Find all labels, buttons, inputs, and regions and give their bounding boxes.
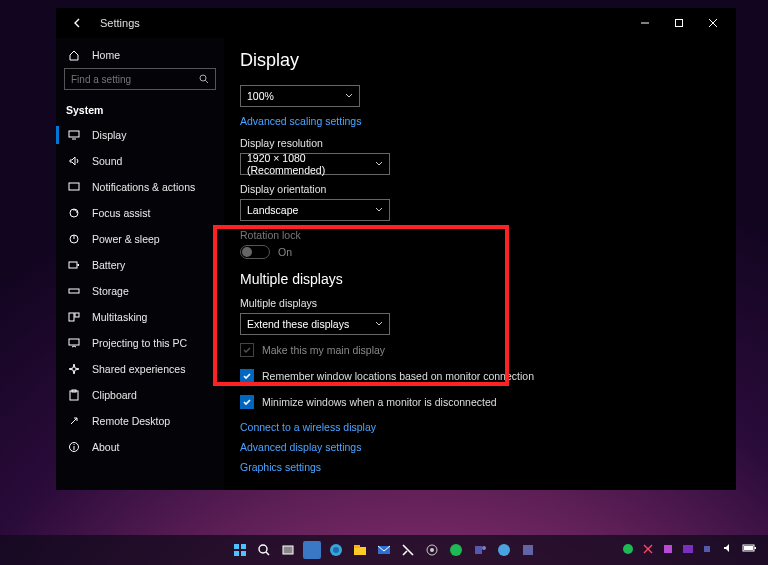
minimize-button[interactable] — [628, 8, 662, 38]
tray-icon[interactable] — [662, 543, 676, 557]
svg-point-25 — [259, 545, 267, 553]
graphics-settings-link[interactable]: Graphics settings — [240, 461, 720, 473]
sidebar-item-power[interactable]: Power & sleep — [56, 226, 224, 252]
sidebar-item-focus[interactable]: Focus assist — [56, 200, 224, 226]
svg-rect-31 — [354, 545, 360, 548]
sidebar-item-notifications[interactable]: Notifications & actions — [56, 174, 224, 200]
rotation-toggle: On — [240, 245, 720, 259]
tray-volume-icon[interactable] — [722, 543, 736, 557]
svg-rect-27 — [283, 546, 293, 554]
sidebar-item-label: Multitasking — [92, 311, 147, 323]
sidebar-item-battery[interactable]: Battery — [56, 252, 224, 278]
edge-icon[interactable] — [327, 541, 345, 559]
sidebar-item-storage[interactable]: Storage — [56, 278, 224, 304]
sidebar-item-shared[interactable]: Shared experiences — [56, 356, 224, 382]
teams-icon[interactable] — [471, 541, 489, 559]
svg-rect-1 — [676, 20, 683, 27]
multi-displays-combo[interactable]: Extend these displays — [240, 313, 390, 335]
chevron-down-icon — [345, 93, 353, 99]
svg-rect-45 — [755, 547, 757, 549]
notifications-icon — [66, 182, 82, 192]
svg-point-20 — [73, 444, 74, 445]
taskbar-search-icon[interactable] — [255, 541, 273, 559]
svg-rect-42 — [683, 545, 693, 553]
multitasking-icon — [66, 312, 82, 322]
tray-teams-icon[interactable] — [702, 543, 716, 557]
app-icon[interactable] — [495, 541, 513, 559]
sidebar-item-multitasking[interactable]: Multitasking — [56, 304, 224, 330]
chevron-down-icon — [375, 321, 383, 327]
app-icon[interactable] — [399, 541, 417, 559]
resolution-combo[interactable]: 1920 × 1080 (Recommended) — [240, 153, 390, 175]
scale-combo[interactable]: 100% — [240, 85, 360, 107]
advanced-display-link[interactable]: Advanced display settings — [240, 441, 720, 453]
start-icon[interactable] — [231, 541, 249, 559]
svg-point-40 — [623, 544, 633, 554]
taskbar — [0, 535, 768, 565]
svg-point-34 — [430, 548, 434, 552]
spotify-icon[interactable] — [447, 541, 465, 559]
advanced-scaling-link[interactable]: Advanced scaling settings — [240, 115, 720, 127]
chevron-down-icon — [375, 207, 383, 213]
remember-checkbox-row[interactable]: Remember window locations based on monit… — [240, 369, 720, 383]
sidebar-item-label: Shared experiences — [92, 363, 185, 375]
settings-icon[interactable] — [423, 541, 441, 559]
svg-rect-39 — [523, 545, 533, 555]
sidebar-home-label: Home — [92, 49, 120, 61]
sidebar-item-sound[interactable]: Sound — [56, 148, 224, 174]
sidebar: Home System Display Sound Notifications … — [56, 38, 224, 490]
multiple-displays-heading: Multiple displays — [240, 271, 720, 287]
titlebar: Settings — [56, 8, 736, 38]
sidebar-item-label: Remote Desktop — [92, 415, 170, 427]
home-icon — [66, 49, 82, 61]
minimize-checkbox-row[interactable]: Minimize windows when a monitor is disco… — [240, 395, 720, 409]
sidebar-item-clipboard[interactable]: Clipboard — [56, 382, 224, 408]
svg-rect-21 — [234, 544, 239, 549]
svg-line-26 — [266, 552, 269, 555]
toggle-track — [240, 245, 270, 259]
app-icon[interactable] — [303, 541, 321, 559]
sidebar-item-about[interactable]: About — [56, 434, 224, 460]
window-title: Settings — [100, 17, 628, 29]
back-button[interactable] — [62, 8, 94, 38]
sidebar-item-label: Power & sleep — [92, 233, 160, 245]
svg-rect-24 — [241, 551, 246, 556]
storage-icon — [66, 287, 82, 295]
search-input[interactable] — [71, 74, 199, 85]
svg-rect-14 — [75, 313, 79, 317]
tray-battery-icon[interactable] — [742, 543, 760, 557]
minimize-label: Minimize windows when a monitor is disco… — [262, 396, 497, 408]
rotation-state: On — [278, 246, 292, 258]
sidebar-item-display[interactable]: Display — [56, 122, 224, 148]
projecting-icon — [66, 338, 82, 348]
scale-value: 100% — [247, 90, 274, 102]
mail-icon[interactable] — [375, 541, 393, 559]
svg-rect-23 — [234, 551, 239, 556]
close-button[interactable] — [696, 8, 730, 38]
sidebar-item-remote[interactable]: Remote Desktop — [56, 408, 224, 434]
maximize-button[interactable] — [662, 8, 696, 38]
power-icon — [66, 233, 82, 245]
explorer-icon[interactable] — [351, 541, 369, 559]
svg-rect-6 — [69, 183, 79, 190]
tray-onenote-icon[interactable] — [682, 543, 696, 557]
svg-rect-30 — [354, 547, 366, 555]
sidebar-home[interactable]: Home — [56, 42, 224, 68]
taskview-icon[interactable] — [279, 541, 297, 559]
search-box[interactable] — [64, 68, 216, 90]
resolution-value: 1920 × 1080 (Recommended) — [247, 152, 375, 176]
app-icon[interactable] — [519, 541, 537, 559]
checkbox-icon — [240, 369, 254, 383]
sidebar-item-projecting[interactable]: Projecting to this PC — [56, 330, 224, 356]
sidebar-item-label: Notifications & actions — [92, 181, 195, 193]
tray-icon[interactable] — [622, 543, 636, 557]
svg-rect-13 — [69, 313, 74, 321]
system-tray — [622, 535, 760, 565]
orientation-combo[interactable]: Landscape — [240, 199, 390, 221]
svg-rect-46 — [744, 546, 753, 550]
svg-point-38 — [498, 544, 510, 556]
tray-icon[interactable] — [642, 543, 656, 557]
chevron-down-icon — [375, 161, 383, 167]
sidebar-item-label: Battery — [92, 259, 125, 271]
wireless-display-link[interactable]: Connect to a wireless display — [240, 421, 720, 433]
